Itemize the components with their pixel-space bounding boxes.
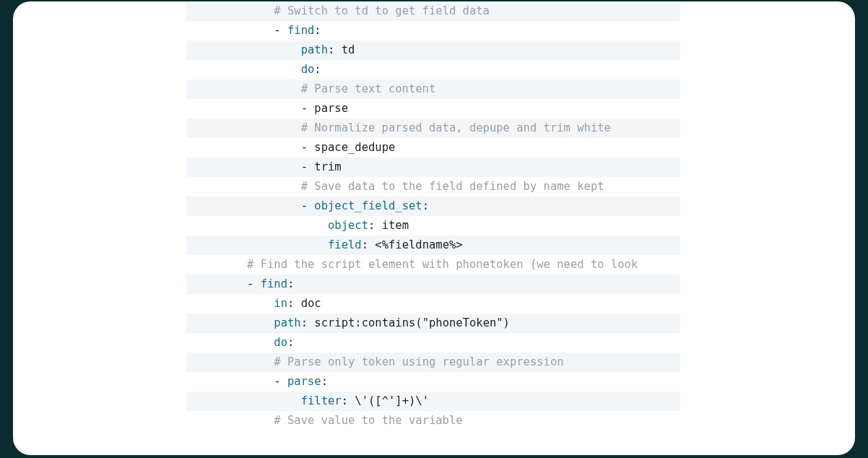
code-line: - find: xyxy=(186,21,680,40)
code-line: # Parse only token using regular express… xyxy=(186,353,680,372)
code-line: - parse xyxy=(186,99,680,118)
code-line: path: td xyxy=(186,40,680,60)
code-line: filter: \'([^']+)\' xyxy=(186,392,680,411)
code-card: # Switch to td to get field data - find:… xyxy=(13,1,855,455)
code-line: - parse: xyxy=(186,372,680,392)
code-line: - find: xyxy=(186,275,680,294)
code-line: # Save value to the variable xyxy=(186,411,680,431)
code-line: in: doc xyxy=(186,294,680,314)
code-line: - trim xyxy=(186,157,680,177)
code-line: # Switch to td to get field data xyxy=(186,1,680,21)
code-line: # Save data to the field defined by name… xyxy=(186,177,680,196)
code-block: # Switch to td to get field data - find:… xyxy=(186,1,680,455)
code-line: field: <%fieldname%> xyxy=(186,236,680,255)
code-line: path: script:contains("phoneToken") xyxy=(186,314,680,333)
code-line: object: item xyxy=(186,216,680,236)
code-line: do: xyxy=(186,60,680,79)
code-line: - space_dedupe xyxy=(186,138,680,157)
code-line: - object_field_set: xyxy=(186,196,680,216)
code-line: # Normalize parsed data, depupe and trim… xyxy=(186,118,680,138)
code-line: # Find the script element with phonetoke… xyxy=(186,255,680,275)
code-line: # Parse text content xyxy=(186,79,680,99)
code-line: do: xyxy=(186,333,680,353)
